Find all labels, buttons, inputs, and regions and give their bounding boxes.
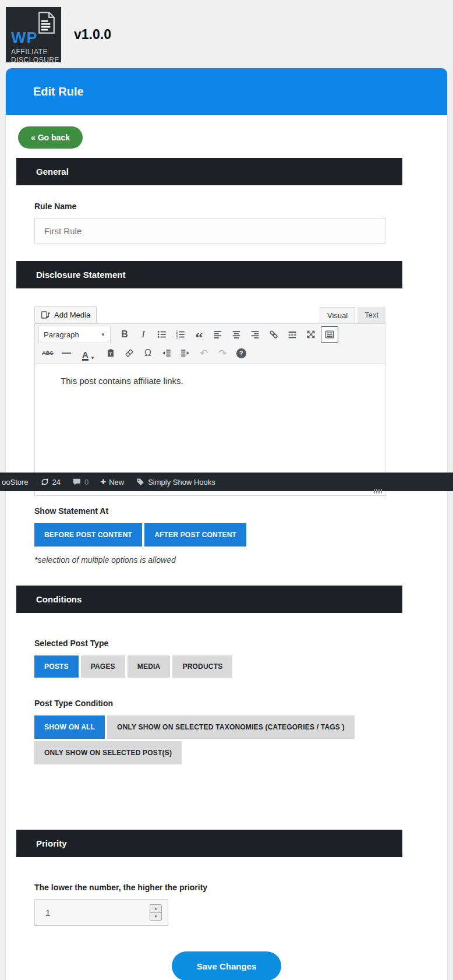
spinner-up-icon[interactable]: ▴ — [150, 905, 161, 913]
outdent-icon[interactable] — [158, 345, 175, 361]
media-icon — [41, 310, 51, 320]
paste-as-text-icon[interactable]: T — [102, 345, 119, 361]
redo-icon[interactable]: ↷ — [214, 345, 231, 361]
logo-wp-text: WP — [11, 29, 38, 47]
admin-bar-comments[interactable]: 0 — [66, 473, 94, 491]
toolbar-row-2: ABC — A ▼ T — [38, 344, 381, 362]
clear-formatting-icon[interactable] — [121, 345, 138, 361]
update-icon — [40, 477, 49, 487]
strikethrough-icon[interactable]: ABC — [39, 345, 56, 361]
post-type-pages-button[interactable]: PAGES — [81, 655, 125, 678]
logo-affiliate-text: AFFILIATE — [11, 48, 48, 56]
help-icon[interactable]: ? — [232, 345, 250, 361]
wp-editor: Add Media Visual Text Paragraph ▼ B I — [34, 304, 385, 496]
post-type-condition-label: Post Type Condition — [34, 699, 385, 708]
post-type-media-button[interactable]: MEDIA — [128, 655, 171, 678]
after-post-content-button[interactable]: AFTER POST CONTENT — [144, 523, 246, 547]
show-statement-label: Show Statement At — [34, 506, 385, 516]
toolbar-toggle-icon[interactable] — [321, 326, 338, 343]
selected-post-type-label: Selected Post Type — [34, 639, 385, 648]
resize-handle[interactable] — [374, 489, 383, 493]
plugin-logo: WP AFFILIATE DISCLOSURE — [6, 7, 61, 62]
tag-icon — [136, 477, 145, 487]
blockquote-icon[interactable]: “ — [190, 323, 208, 346]
priority-value: 1 — [45, 908, 50, 918]
disclosure-section: Add Media Visual Text Paragraph ▼ B I — [34, 304, 385, 565]
page-title: Edit Rule — [33, 85, 84, 98]
svg-text:3: 3 — [176, 336, 178, 339]
priority-hint-label: The lower the number, the higher the pri… — [34, 883, 385, 892]
card-header: Edit Rule — [6, 68, 447, 115]
plugin-version: v1.0.0 — [74, 27, 111, 43]
page: { "colors":{"header_blue":"#0d84e8","but… — [0, 0, 453, 980]
special-character-icon[interactable]: Ω — [139, 345, 157, 361]
fullscreen-icon[interactable] — [302, 326, 320, 343]
add-media-button[interactable]: Add Media — [34, 306, 97, 323]
numbered-list-icon[interactable]: 1 2 3 — [172, 326, 189, 343]
priority-section: The lower the number, the higher the pri… — [34, 883, 385, 926]
plus-icon: + — [100, 478, 106, 486]
section-disclosure-heading: Disclosure Statement — [16, 261, 402, 288]
new-label: New — [109, 478, 124, 487]
wp-admin-bar: ooStore 24 0 + New Simply Show Hooks — [0, 473, 453, 491]
italic-icon[interactable]: I — [135, 326, 152, 343]
undo-icon[interactable]: ↶ — [195, 345, 213, 361]
general-section: Rule Name — [34, 202, 385, 244]
align-left-icon[interactable] — [209, 326, 226, 343]
read-more-icon[interactable] — [284, 326, 301, 343]
editor-content-text: This post contains affiliate links. — [61, 376, 385, 386]
multiple-options-note: *selection of multiple options is allowe… — [34, 555, 385, 565]
rule-name-input[interactable] — [34, 218, 385, 244]
section-conditions-heading: Conditions — [16, 586, 402, 613]
admin-bar-updates[interactable]: 24 — [34, 473, 66, 491]
paragraph-select[interactable]: Paragraph ▼ — [38, 326, 111, 343]
chevron-down-icon: ▼ — [90, 355, 95, 361]
save-row: Save Changes — [6, 951, 447, 980]
post-type-posts-button[interactable]: POSTS — [34, 655, 79, 678]
save-changes-button[interactable]: Save Changes — [172, 951, 281, 980]
horizontal-rule-icon[interactable]: — — [58, 345, 75, 361]
show-on-selected-posts-button[interactable]: ONLY SHOW ON SELECTED POST(S) — [34, 741, 182, 764]
paragraph-select-value: Paragraph — [44, 330, 79, 339]
post-type-products-button[interactable]: PRODUCTS — [172, 655, 232, 678]
align-right-icon[interactable] — [246, 326, 264, 343]
add-media-label: Add Media — [54, 311, 90, 319]
edit-rule-card: Edit Rule « Go back General Rule Name Di… — [6, 68, 447, 980]
editor-tabs: Visual Text — [320, 307, 385, 323]
go-back-button[interactable]: « Go back — [18, 126, 83, 149]
svg-text:T: T — [109, 351, 112, 357]
before-post-content-button[interactable]: BEFORE POST CONTENT — [34, 523, 142, 547]
site-name: ooStore — [2, 478, 29, 487]
tab-text[interactable]: Text — [358, 307, 385, 323]
post-type-buttons: POSTS PAGES MEDIA PRODUCTS — [34, 655, 385, 678]
chevron-down-icon: ▼ — [101, 332, 105, 337]
align-center-icon[interactable] — [228, 326, 245, 343]
editor-media-row: Add Media Visual Text — [34, 304, 385, 323]
show-on-selected-taxonomies-button[interactable]: ONLY SHOW ON SELECTED TAXONOMIES (CATEGO… — [107, 715, 355, 739]
condition-option-buttons: SHOW ON ALL ONLY SHOW ON SELECTED TAXONO… — [34, 715, 407, 764]
priority-number-input[interactable]: 1 ▴ ▾ — [34, 899, 168, 926]
bold-icon[interactable]: B — [116, 326, 133, 343]
hooks-label: Simply Show Hooks — [148, 478, 215, 487]
statement-buttons: BEFORE POST CONTENT AFTER POST CONTENT — [34, 523, 385, 547]
logo-disclosure-text: DISCLOSURE — [11, 56, 59, 64]
show-on-all-button[interactable]: SHOW ON ALL — [34, 715, 105, 739]
admin-bar-new[interactable]: + New — [94, 473, 130, 491]
spinner-down-icon[interactable]: ▾ — [150, 913, 161, 921]
comment-icon — [72, 477, 82, 487]
admin-bar-site[interactable]: ooStore — [0, 473, 34, 491]
bulleted-list-icon[interactable] — [153, 326, 171, 343]
indent-icon[interactable] — [176, 345, 194, 361]
admin-bar-hooks[interactable]: Simply Show Hooks — [130, 473, 221, 491]
text-color-icon[interactable]: A ▼ — [76, 345, 101, 361]
document-icon — [37, 11, 56, 34]
section-general-heading: General — [16, 158, 402, 185]
editor-toolbar: Paragraph ▼ B I 1 — [34, 323, 385, 364]
comment-count: 0 — [84, 478, 89, 487]
rule-name-label: Rule Name — [34, 202, 385, 211]
tab-visual[interactable]: Visual — [320, 307, 355, 323]
brand-header: WP AFFILIATE DISCLOSURE v1.0.0 — [0, 0, 453, 62]
conditions-section: Selected Post Type POSTS PAGES MEDIA PRO… — [34, 639, 385, 764]
number-spinner[interactable]: ▴ ▾ — [150, 904, 162, 921]
link-icon[interactable] — [265, 326, 282, 343]
